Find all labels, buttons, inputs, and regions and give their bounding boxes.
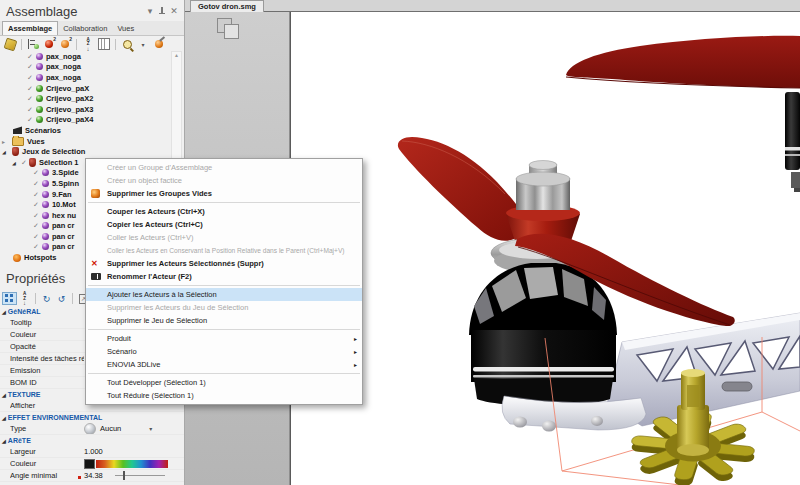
second-propeller[interactable] <box>566 36 800 88</box>
search-actor-icon[interactable] <box>120 38 134 51</box>
checkbox-checked-icon[interactable] <box>33 232 39 241</box>
menu-item-supprimer-jeu-selection[interactable]: Supprimer le Jeu de Sélection <box>86 314 362 327</box>
checkbox-checked-icon[interactable] <box>33 200 39 209</box>
motor-bell[interactable] <box>469 263 617 406</box>
checkbox-checked-icon[interactable] <box>27 62 33 71</box>
property-value[interactable]: 34.38 <box>84 471 103 480</box>
checkbox-checked-icon[interactable] <box>33 242 39 251</box>
tree-item-crijevo-pax2[interactable]: Crijevo_paX2 <box>0 93 170 104</box>
tree-item-pax-noga[interactable]: pax_noga <box>0 51 170 62</box>
red-ball-glyph <box>45 40 53 48</box>
menu-item-coller-acteurs[interactable]: Coller les Acteurs (Ctrl+V) <box>86 231 362 244</box>
tree-item-vues[interactable]: Vues <box>0 136 170 147</box>
checkbox-checked-icon[interactable] <box>27 84 33 93</box>
tab-assemblage[interactable]: Assemblage <box>2 21 58 35</box>
close-icon[interactable]: ✕ <box>168 5 180 17</box>
menu-item-supprimer-acteurs-jeu[interactable]: Supprimer les Acteurs du Jeu de Sélectio… <box>86 301 362 314</box>
menu-item-produit[interactable]: Produit▸ <box>86 332 362 345</box>
menu-item-coller-position-relative[interactable]: Coller les Acteurs en Conservant la Posi… <box>86 244 362 257</box>
import-workshop-icon[interactable] <box>3 38 17 51</box>
tree-item-crijevo-pax[interactable]: Crijevo_paX <box>0 83 170 94</box>
columns-glyph <box>98 38 110 50</box>
menu-item-copier-acteurs[interactable]: Copier les Acteurs (Ctrl+C) <box>86 218 362 231</box>
checkbox-checked-icon[interactable] <box>33 211 39 220</box>
tree-item-jeux-de-selection[interactable]: Jeux de Sélection <box>0 146 170 157</box>
checkbox-checked-icon[interactable] <box>33 179 39 188</box>
angle-slider[interactable] <box>115 471 165 480</box>
refresh-icon[interactable]: ↺ <box>54 292 69 305</box>
expander-collapsed-icon[interactable] <box>2 137 11 146</box>
tab-collaboration[interactable]: Collaboration <box>58 22 112 35</box>
menu-item-creer-groupe[interactable]: Créer un Groupe d'Assemblage <box>86 161 362 174</box>
checkbox-checked-icon[interactable] <box>21 158 27 167</box>
tree-item-pax-noga[interactable]: pax_noga <box>0 72 170 83</box>
dropdown-caret-icon[interactable]: ▾ <box>136 38 150 51</box>
pages-icon[interactable] <box>217 18 241 39</box>
expander-expanded-icon[interactable] <box>2 147 11 156</box>
property-section-effet-environnemental[interactable]: EFFET ENVIRONNEMENTAL <box>0 412 184 423</box>
tree-item-label: 3.Spide <box>52 168 79 177</box>
expander-expanded-icon[interactable] <box>12 158 21 167</box>
columns-icon[interactable] <box>97 38 111 51</box>
chevron-down-icon[interactable]: ▾ <box>144 5 156 17</box>
delete-empty-groups-icon <box>91 189 100 198</box>
rotate-glyph: ↺ <box>58 294 66 304</box>
red-actors-count-icon[interactable] <box>42 38 56 51</box>
property-row-largeur[interactable]: Largeur1.000 <box>0 446 184 458</box>
menu-item-renommer-acteur[interactable]: Renommer l'Acteur (F2) <box>86 270 362 283</box>
menu-item-tout-developper[interactable]: Tout Développer (Sélection 1) <box>86 376 362 389</box>
menu-item-supprimer-groupes-vides[interactable]: Supprimer les Groupes Vides <box>86 187 362 200</box>
scroll-up-icon[interactable]: ▲ <box>174 52 179 59</box>
tree-item-label: pan cr <box>52 221 75 230</box>
document-tab[interactable]: Gotov dron.smg <box>190 0 264 12</box>
menu-item-ajouter-acteurs-selection[interactable]: Ajouter les Acteurs à la Sélection <box>86 288 362 301</box>
3d-viewport[interactable] <box>290 12 800 485</box>
toolbar-separator <box>115 39 116 50</box>
checkbox-checked-icon[interactable] <box>27 94 33 103</box>
property-section-arete[interactable]: ARêTE <box>0 435 184 446</box>
checkbox-checked-icon[interactable] <box>27 115 33 124</box>
property-row-couleur-arete[interactable]: Couleur <box>0 458 184 470</box>
slider-handle[interactable] <box>123 471 125 480</box>
property-label: Tooltip <box>10 318 84 327</box>
property-value[interactable]: Aucun <box>100 424 121 433</box>
menu-item-couper-acteurs[interactable]: Couper les Acteurs (Ctrl+X) <box>86 205 362 218</box>
actor-tree-icon[interactable] <box>26 38 40 51</box>
tree-item-crijevo-pax3[interactable]: Crijevo_paX3 <box>0 104 170 115</box>
sort-alpha-icon[interactable]: AZ <box>17 292 32 305</box>
property-row-type[interactable]: TypeAucun▾ <box>0 423 184 435</box>
color-swatch[interactable] <box>84 459 95 469</box>
checkbox-checked-icon[interactable] <box>27 73 33 82</box>
checkbox-checked-icon[interactable] <box>33 221 39 230</box>
property-row-angle-minimal[interactable]: Angle minimal34.38 <box>0 470 184 482</box>
categorized-icon[interactable] <box>2 292 17 305</box>
menu-item-scenario[interactable]: Scénario▸ <box>86 345 362 358</box>
tree-item-crijevo-pax4[interactable]: Crijevo_paX4 <box>0 115 170 126</box>
menu-item-tout-reduire[interactable]: Tout Réduire (Sélection 1) <box>86 389 362 402</box>
menu-item-creer-objet-factice[interactable]: Créer un object factice <box>86 174 362 187</box>
reset-properties-icon[interactable]: ↻ <box>39 292 54 305</box>
actor-sphere-icon <box>42 180 49 187</box>
tree-item-label: Crijevo_paX3 <box>46 105 94 114</box>
menu-separator <box>88 373 360 374</box>
menu-item-supprimer-acteurs-selectionnes[interactable]: Supprimer les Acteurs Sélectionnés (Supp… <box>86 257 362 270</box>
pin-icon[interactable] <box>156 5 168 17</box>
sort-alpha-icon[interactable]: AZ <box>81 38 95 51</box>
tree-item-pax-noga[interactable]: pax_noga <box>0 62 170 73</box>
edit-actor-icon[interactable] <box>152 38 166 51</box>
tree-item-scenarios[interactable]: Scénarios <box>0 125 170 136</box>
checkbox-checked-icon[interactable] <box>33 168 39 177</box>
orange-actors-count-icon[interactable] <box>58 38 72 51</box>
tab-vues[interactable]: Vues <box>112 22 139 35</box>
property-value[interactable]: 1.000 <box>84 447 103 456</box>
checkbox-checked-icon[interactable] <box>33 190 39 199</box>
tree-item-label: Crijevo_paX2 <box>46 94 94 103</box>
menu-item-enovia-3dlive[interactable]: ENOVIA 3DLive▸ <box>86 358 362 371</box>
second-motor[interactable] <box>785 92 800 192</box>
dropdown-caret-icon[interactable]: ▾ <box>149 425 152 432</box>
checkbox-checked-icon[interactable] <box>27 105 33 114</box>
hex-nut[interactable] <box>516 161 570 211</box>
color-gradient-bar[interactable] <box>96 460 168 468</box>
menu-separator <box>88 329 360 330</box>
checkbox-checked-icon[interactable] <box>27 52 33 61</box>
